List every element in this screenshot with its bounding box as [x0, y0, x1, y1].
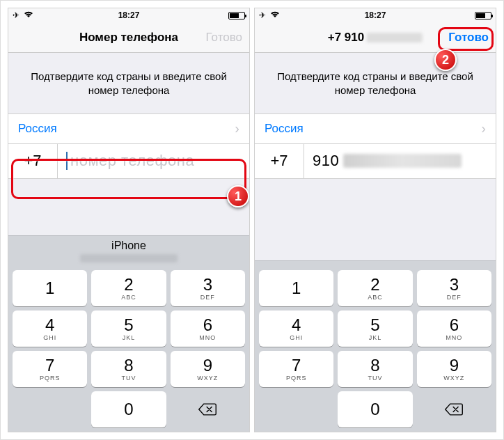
keypad-key-0[interactable]: 0 — [338, 391, 412, 427]
wifi-icon — [270, 10, 280, 20]
nav-bar: +7 910 Готово — [255, 22, 496, 53]
instruction-text: Подтвердите код страны и введите свой но… — [8, 53, 249, 113]
keypad-key-6[interactable]: 6MNO — [417, 311, 491, 347]
backspace-key[interactable] — [171, 391, 245, 427]
text-cursor — [66, 152, 68, 170]
keypad-key-2[interactable]: 2ABC — [338, 270, 412, 306]
chevron-right-icon: › — [235, 120, 239, 136]
numeric-keypad-right: 12ABC3DEF4GHI5JKL6MNO7PQRS8TUV9WXYZ0 — [255, 266, 496, 432]
screen-right: ✈ 18:27 +7 910 Готово Подтвердите код ст… — [254, 8, 496, 432]
status-bar: ✈ 18:27 — [255, 8, 496, 22]
phone-number-input[interactable]: номер телефона — [58, 144, 249, 178]
numeric-keypad-left: 12ABC3DEF4GHI5JKL6MNO7PQRS8TUV9WXYZ0 — [8, 266, 249, 432]
keypad-key-9[interactable]: 9WXYZ — [417, 351, 491, 387]
suggestion-text: iPhone — [111, 239, 146, 252]
done-button[interactable]: Готово — [206, 31, 243, 45]
backspace-key[interactable] — [417, 391, 491, 427]
keyboard-top-border — [255, 260, 496, 266]
keypad-key-3[interactable]: 3DEF — [417, 270, 491, 306]
nav-bar: Номер телефона Готово — [8, 22, 249, 53]
country-selector[interactable]: Россия › — [8, 113, 249, 144]
keypad-key-6[interactable]: 6MNO — [171, 311, 245, 347]
country-selector[interactable]: Россия › — [255, 113, 496, 144]
battery-icon — [228, 12, 245, 19]
suggestion-blurred — [80, 254, 178, 262]
airplane-icon: ✈ — [13, 10, 19, 20]
country-code: +7 — [255, 152, 304, 170]
country-code: +7 — [8, 152, 57, 170]
airplane-icon: ✈ — [259, 10, 266, 20]
phone-entered: 910 — [313, 152, 339, 170]
done-button[interactable]: Готово — [448, 31, 489, 45]
nav-title: +7 910 — [328, 31, 423, 45]
chevron-right-icon: › — [481, 120, 486, 136]
wifi-icon — [24, 10, 33, 20]
nav-title: Номер телефона — [79, 31, 178, 45]
keypad-blank — [259, 391, 333, 427]
keypad-key-7[interactable]: 7PQRS — [13, 351, 87, 387]
instruction-text: Подтвердите код страны и введите свой но… — [255, 53, 496, 113]
nav-title-prefix: +7 910 — [328, 31, 364, 45]
status-bar: ✈ 18:27 — [8, 8, 249, 22]
keypad-key-9[interactable]: 9WXYZ — [171, 351, 245, 387]
keypad-key-7[interactable]: 7PQRS — [259, 351, 333, 387]
status-time: 18:27 — [365, 10, 386, 20]
country-name: Россия — [18, 122, 57, 136]
keypad-key-0[interactable]: 0 — [91, 391, 166, 427]
battery-icon — [475, 12, 491, 19]
keypad-key-5[interactable]: 5JKL — [338, 311, 412, 347]
keypad-key-1[interactable]: 1 — [259, 270, 333, 306]
screen-left: ✈ 18:27 Номер телефона Готово Подтвердит… — [8, 8, 250, 432]
keypad-blank — [13, 391, 87, 427]
phone-input-row: +7 номер телефона — [8, 144, 249, 179]
status-time: 18:27 — [118, 10, 140, 20]
keypad-key-8[interactable]: 8TUV — [91, 351, 166, 387]
phone-blurred-digits — [343, 154, 462, 168]
keypad-key-5[interactable]: 5JKL — [91, 311, 166, 347]
keypad-key-8[interactable]: 8TUV — [338, 351, 412, 387]
keypad-key-4[interactable]: 4GHI — [13, 311, 87, 347]
nav-title-blurred — [367, 33, 423, 42]
keypad-key-2[interactable]: 2ABC — [91, 270, 166, 306]
keypad-key-3[interactable]: 3DEF — [171, 270, 245, 306]
country-name: Россия — [265, 122, 304, 136]
phone-input-row: +7 910 — [255, 144, 496, 179]
keypad-key-1[interactable]: 1 — [13, 270, 87, 306]
phone-placeholder: номер телефона — [70, 152, 194, 170]
keyboard-suggestion-bar[interactable]: iPhone — [8, 235, 249, 266]
keypad-key-4[interactable]: 4GHI — [259, 311, 333, 347]
phone-number-input[interactable]: 910 — [304, 144, 496, 178]
